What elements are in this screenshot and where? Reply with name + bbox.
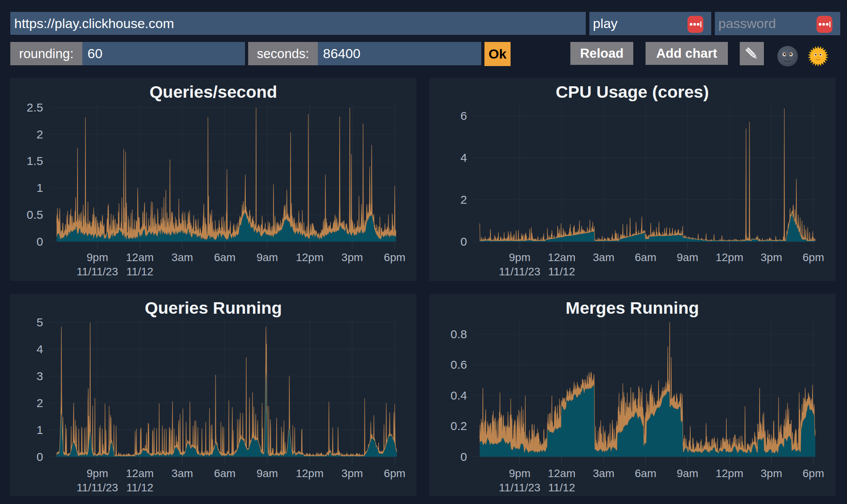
svg-text:3am: 3am xyxy=(593,467,614,479)
svg-text:0.4: 0.4 xyxy=(450,389,467,402)
svg-text:0.2: 0.2 xyxy=(450,419,467,432)
svg-text:3pm: 3pm xyxy=(342,251,363,263)
svg-text:2.5: 2.5 xyxy=(27,101,43,114)
svg-text:9pm: 9pm xyxy=(87,467,108,479)
svg-text:9pm: 9pm xyxy=(509,251,530,263)
svg-text:9am: 9am xyxy=(677,251,698,263)
svg-text:3: 3 xyxy=(36,369,43,383)
svg-text:3am: 3am xyxy=(171,251,193,263)
svg-text:12am: 12am xyxy=(548,467,575,479)
svg-text:1.5: 1.5 xyxy=(27,154,43,167)
svg-text:9am: 9am xyxy=(677,467,698,479)
svg-text:0: 0 xyxy=(460,235,467,248)
svg-text:4: 4 xyxy=(460,151,467,164)
svg-text:11/12: 11/12 xyxy=(126,481,153,494)
svg-text:0: 0 xyxy=(460,450,467,463)
svg-text:11/12: 11/12 xyxy=(548,481,575,494)
svg-text:0.8: 0.8 xyxy=(450,328,467,341)
svg-text:0: 0 xyxy=(36,235,43,248)
svg-text:12am: 12am xyxy=(126,467,154,479)
svg-text:6pm: 6pm xyxy=(803,251,824,263)
svg-text:3pm: 3pm xyxy=(761,467,782,479)
svg-text:6pm: 6pm xyxy=(384,251,405,263)
svg-text:11/11/23: 11/11/23 xyxy=(499,481,541,494)
svg-text:6pm: 6pm xyxy=(384,467,405,479)
svg-text:9pm: 9pm xyxy=(509,467,530,479)
svg-text:1: 1 xyxy=(36,423,43,436)
svg-text:6: 6 xyxy=(460,109,467,122)
svg-text:9am: 9am xyxy=(256,467,278,479)
svg-text:6am: 6am xyxy=(214,251,235,263)
svg-text:9pm: 9pm xyxy=(87,251,108,263)
svg-text:3pm: 3pm xyxy=(761,251,782,263)
svg-text:12pm: 12pm xyxy=(716,467,743,479)
svg-text:12pm: 12pm xyxy=(716,251,743,263)
svg-text:12am: 12am xyxy=(548,251,575,263)
svg-text:2: 2 xyxy=(460,193,467,206)
svg-text:4: 4 xyxy=(36,343,43,356)
svg-text:3am: 3am xyxy=(171,467,193,479)
svg-text:11/11/23: 11/11/23 xyxy=(77,265,118,278)
svg-text:3pm: 3pm xyxy=(342,467,363,479)
svg-text:12pm: 12pm xyxy=(296,251,323,263)
svg-text:12am: 12am xyxy=(126,251,154,263)
svg-text:11/11/23: 11/11/23 xyxy=(77,481,118,494)
svg-text:0.5: 0.5 xyxy=(27,208,43,221)
svg-text:3am: 3am xyxy=(593,251,614,263)
svg-text:2: 2 xyxy=(36,396,43,409)
svg-text:1: 1 xyxy=(36,181,43,194)
svg-text:0: 0 xyxy=(36,450,43,463)
svg-text:6am: 6am xyxy=(635,467,656,479)
svg-text:9am: 9am xyxy=(256,251,278,263)
svg-text:11/11/23: 11/11/23 xyxy=(499,265,541,278)
svg-text:6am: 6am xyxy=(214,467,235,479)
svg-text:6pm: 6pm xyxy=(803,467,824,479)
svg-text:0.6: 0.6 xyxy=(450,358,467,371)
svg-text:12pm: 12pm xyxy=(296,467,323,479)
svg-text:6am: 6am xyxy=(635,251,656,263)
svg-text:5: 5 xyxy=(36,316,43,329)
svg-text:11/12: 11/12 xyxy=(126,265,153,278)
svg-text:11/12: 11/12 xyxy=(548,265,575,278)
svg-text:2: 2 xyxy=(36,128,43,141)
